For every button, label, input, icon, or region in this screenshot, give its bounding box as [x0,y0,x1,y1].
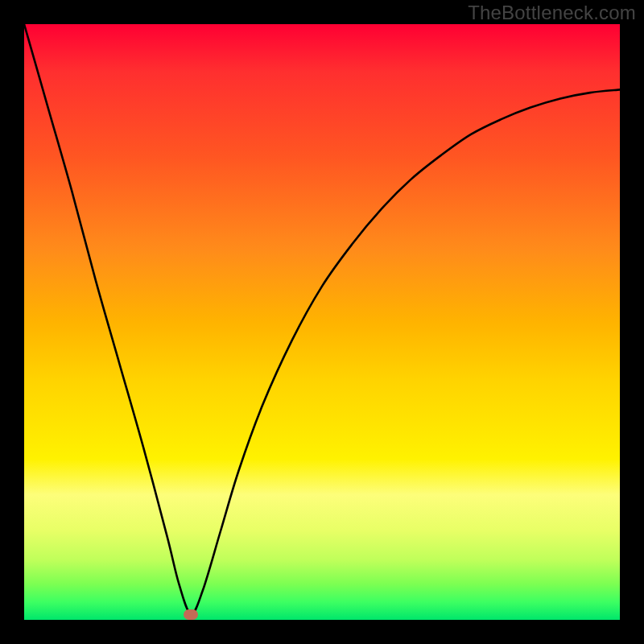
chart-container: TheBottleneck.com [0,0,644,644]
minimum-marker [184,609,198,620]
watermark-text: TheBottleneck.com [468,2,636,24]
bottleneck-curve [24,24,620,620]
plot-area [24,24,620,620]
